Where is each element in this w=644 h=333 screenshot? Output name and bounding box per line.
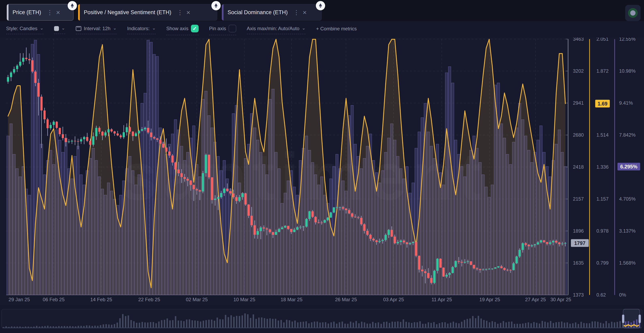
status-ring-icon	[628, 8, 638, 18]
svg-text:0.799: 0.799	[596, 260, 608, 266]
show-axis-checkbox[interactable]: ✓	[191, 25, 198, 32]
svg-text:1.568%: 1.568%	[619, 260, 636, 266]
svg-text:29 Jan 25: 29 Jan 25	[8, 297, 30, 302]
chevron-down-icon: ⌄	[61, 26, 65, 31]
chart-toolbar: Style: Candles ⌄ ⌄ Interval: 12h ⌄ Indic…	[0, 21, 644, 39]
interval-icon	[76, 26, 82, 31]
pin-axis-label: Pin axis	[209, 26, 226, 32]
svg-text:02 Mar 25: 02 Mar 25	[186, 297, 208, 302]
svg-text:18 Mar 25: 18 Mar 25	[280, 297, 302, 302]
minimap-scrubber[interactable]	[0, 308, 644, 332]
minimap-panel[interactable]	[2, 309, 642, 328]
svg-text:3.137%: 3.137%	[619, 228, 636, 234]
tab-price[interactable]: Price (ETH) ⋮ ×	[7, 4, 74, 21]
svg-text:1635: 1635	[573, 260, 584, 266]
color-swatch	[54, 26, 59, 31]
svg-text:10 Mar 25: 10 Mar 25	[234, 297, 255, 302]
chevron-down-icon: ⌄	[40, 26, 44, 31]
svg-text:1896: 1896	[573, 228, 584, 234]
svg-text:7.842%: 7.842%	[619, 132, 636, 138]
svg-text:1.514: 1.514	[596, 132, 608, 138]
svg-text:2418: 2418	[573, 164, 584, 170]
svg-text:1.872: 1.872	[596, 68, 608, 74]
pin-axis-toggle[interactable]: Pin axis	[209, 25, 236, 35]
svg-text:19 Apr 25: 19 Apr 25	[480, 297, 500, 302]
indicators-label: Indicators:	[127, 26, 150, 32]
tab-label: Positive / Negative Sentiment (ETH)	[84, 9, 171, 16]
svg-text:27 Apr 25: 27 Apr 25	[525, 297, 546, 302]
style-label: Style: Candles	[6, 26, 38, 32]
svg-text:1.157: 1.157	[596, 196, 608, 202]
svg-text:30 Apr 25: 30 Apr 25	[550, 297, 571, 302]
axis-maxmin-label: Axis max/min: Auto/Auto	[247, 26, 300, 32]
tab-close-icon[interactable]: ×	[303, 9, 307, 16]
ethereum-icon	[70, 3, 75, 8]
svg-text:9.41%: 9.41%	[619, 100, 633, 106]
svg-text:26 Mar 25: 26 Mar 25	[335, 297, 357, 302]
tab-label: Price (ETH)	[12, 9, 41, 16]
axis-maxmin-dropdown[interactable]: Axis max/min: Auto/Auto ⌄	[247, 26, 306, 34]
svg-text:2680: 2680	[573, 132, 584, 138]
show-axis-label: Show axis	[166, 26, 188, 32]
main-chart[interactable]: santiment3463320229412680241821571896163…	[0, 38, 644, 305]
color-swatch-dropdown[interactable]: ⌄	[54, 26, 65, 34]
ethereum-icon	[214, 3, 219, 8]
minimap-right-handle[interactable]	[638, 314, 641, 323]
tab-close-icon[interactable]: ×	[186, 9, 190, 16]
tab-sentiment[interactable]: Positive / Negative Sentiment (ETH) ⋮ ×	[78, 4, 217, 21]
indicators-dropdown[interactable]: Indicators: ⌄	[127, 26, 156, 34]
svg-text:0.978: 0.978	[596, 228, 608, 234]
svg-text:4.705%: 4.705%	[619, 196, 636, 202]
svg-text:3463: 3463	[573, 38, 584, 42]
minimap-left-handle[interactable]	[622, 314, 624, 323]
tab-accent	[222, 4, 224, 20]
show-axis-toggle[interactable]: Show axis ✓	[166, 25, 198, 35]
minimap-baseline	[2, 328, 641, 328]
svg-text:0.62: 0.62	[596, 292, 606, 298]
eth-logo-badge	[211, 1, 221, 10]
combine-metrics-label: + Combine metrics	[316, 26, 357, 32]
svg-text:06 Feb 25: 06 Feb 25	[43, 297, 64, 302]
tab-close-icon[interactable]: ×	[56, 9, 60, 16]
chevron-down-icon: ⌄	[113, 26, 116, 31]
tab-label: Social Dominance (ETH)	[228, 9, 288, 16]
svg-text:1.69: 1.69	[598, 101, 608, 106]
minimap-selection-window[interactable]	[623, 309, 640, 328]
chevron-down-icon: ⌄	[152, 26, 156, 31]
svg-text:11 Apr 25: 11 Apr 25	[432, 297, 452, 302]
svg-text:2.051: 2.051	[596, 38, 608, 42]
svg-text:6.295%: 6.295%	[620, 164, 638, 170]
svg-text:14 Feb 25: 14 Feb 25	[90, 297, 112, 302]
tab-menu-icon[interactable]: ⋮	[293, 9, 300, 16]
svg-text:1373: 1373	[573, 292, 584, 298]
tab-bar: Price (ETH) ⋮ × Positive / Negative Sent…	[0, 0, 644, 21]
svg-text:03 Apr 25: 03 Apr 25	[383, 297, 404, 302]
svg-text:12.55%: 12.55%	[619, 38, 636, 42]
svg-text:2941: 2941	[573, 100, 584, 106]
style-dropdown[interactable]: Style: Candles ⌄	[6, 26, 44, 34]
svg-text:1.336: 1.336	[596, 164, 608, 170]
svg-text:2157: 2157	[573, 196, 584, 202]
interval-dropdown[interactable]: Interval: 12h ⌄	[76, 26, 117, 34]
tab-dominance[interactable]: Social Dominance (ETH) ⋮ ×	[222, 4, 322, 21]
chevron-down-icon: ⌄	[302, 26, 306, 31]
svg-text:10.98%: 10.98%	[619, 68, 636, 74]
tab-menu-icon[interactable]: ⋮	[47, 9, 53, 16]
dominance-current-badge: 6.295%	[618, 163, 640, 170]
date-axis[interactable]: 29 Jan 2506 Feb 2514 Feb 2522 Feb 2502 M…	[8, 297, 571, 302]
tab-accent	[7, 4, 8, 20]
price-current-badge: 1797	[571, 239, 589, 247]
tab-accent	[78, 4, 80, 20]
combine-metrics-button[interactable]: + Combine metrics	[316, 26, 357, 34]
ethereum-icon	[318, 3, 323, 8]
svg-text:0%: 0%	[619, 292, 626, 298]
sentiment-current-badge: 1.69	[595, 100, 610, 108]
svg-text:22 Feb 25: 22 Feb 25	[138, 297, 160, 302]
pin-axis-checkbox[interactable]	[228, 25, 236, 32]
interval-label: Interval: 12h	[84, 26, 110, 32]
eth-logo-badge	[68, 1, 77, 10]
svg-text:1797: 1797	[574, 240, 586, 246]
tab-menu-icon[interactable]: ⋮	[177, 9, 183, 16]
svg-text:3202: 3202	[573, 68, 584, 74]
status-indicator-button[interactable]	[625, 5, 640, 21]
